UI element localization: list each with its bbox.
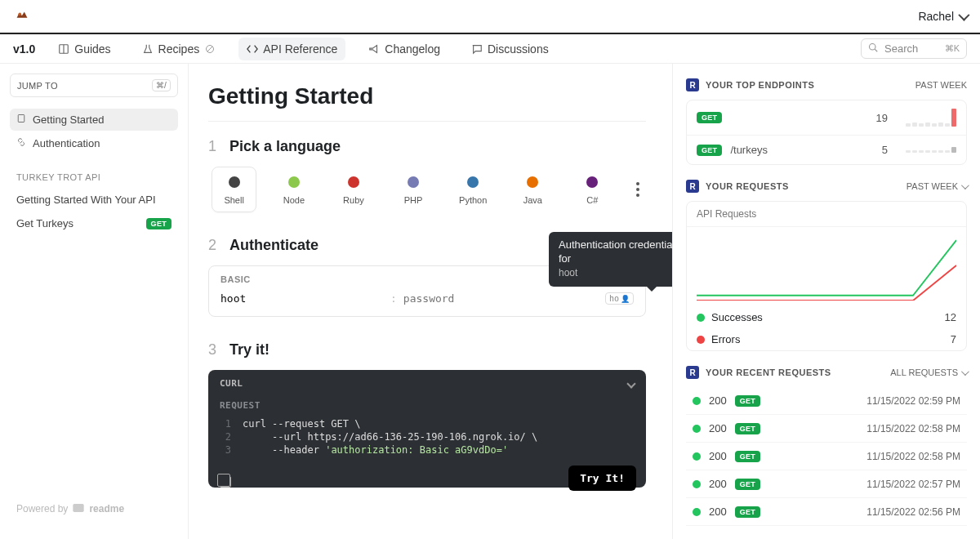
try-it-button[interactable]: Try It! (568, 466, 636, 491)
readme-icon (73, 503, 84, 514)
link-icon (16, 137, 26, 149)
lang-label: Shell (224, 195, 243, 205)
timerange-text: PAST WEEK (915, 80, 967, 90)
method-badge: GET (735, 451, 760, 462)
sparkline (906, 147, 956, 153)
status-dot (697, 336, 705, 344)
tooltip-user: hoot (559, 267, 577, 278)
auth-password-input[interactable] (403, 292, 599, 305)
powered-by[interactable]: Powered by readme (10, 488, 178, 529)
nav-guides[interactable]: Guides (50, 38, 118, 60)
all-requests-link[interactable]: ALL REQUESTS (890, 368, 967, 377)
request-row[interactable]: 200GET11/15/2022 02:56 PM (686, 498, 967, 526)
copy-icon[interactable] (220, 476, 231, 488)
nav-recipes-label: Recipes (158, 42, 200, 56)
lang-shell[interactable]: Shell (212, 167, 256, 212)
jump-to-label: JUMP TO (17, 81, 58, 91)
try-it-label: Try It! (580, 472, 625, 484)
lang-icon (345, 174, 362, 190)
auth-username-input[interactable] (220, 292, 384, 305)
method-badge: GET (735, 423, 760, 434)
sidebar-sub-getting-started-api[interactable]: Getting Started With Your API (10, 189, 178, 211)
section-title: YOUR REQUESTS (706, 181, 789, 191)
svg-point-0 (18, 12, 21, 16)
chevron-down-icon (961, 368, 969, 376)
sidebar-item-label: Authentication (33, 137, 100, 149)
lang-icon (584, 174, 600, 190)
user-menu[interactable]: Rachel (918, 10, 967, 23)
search-kbd: ⌘K (945, 43, 960, 54)
lang-php[interactable]: PHP (391, 167, 436, 212)
endpoint-row[interactable]: GET19 (687, 100, 966, 136)
metric-row: Successes12 (687, 306, 966, 328)
lang-label: Node (283, 195, 305, 205)
lang-ruby[interactable]: Ruby (331, 167, 376, 212)
nav-recipes[interactable]: Recipes (134, 38, 225, 60)
doc-icon (16, 114, 26, 126)
status-dot (693, 397, 701, 405)
nav-discussions-label: Discussions (488, 42, 549, 56)
lang-icon (226, 174, 243, 190)
search-icon (868, 42, 878, 55)
flask-icon (142, 43, 154, 55)
svg-point-11 (348, 176, 359, 188)
search-input[interactable]: Search ⌘K (861, 38, 967, 59)
chevron-down-icon[interactable] (626, 379, 635, 388)
code-block: CURL REQUEST 1curl --request GET \2 --ur… (208, 370, 646, 488)
more-languages-button[interactable] (630, 176, 646, 203)
timerange-select[interactable]: PAST WEEK (906, 181, 967, 191)
metric-label: Errors (711, 333, 740, 345)
method-badge: GET (697, 145, 722, 156)
jump-to[interactable]: JUMP TO ⌘/ (10, 74, 178, 97)
section-title: YOUR RECENT REQUESTS (706, 368, 831, 377)
endpoint-count: 5 (882, 144, 888, 156)
method-badge: GET (146, 218, 172, 229)
code-lang-label: CURL (220, 378, 243, 389)
method-badge: GET (735, 479, 760, 490)
sidebar-item-authentication[interactable]: Authentication (10, 132, 178, 154)
lang-label: C# (586, 195, 598, 205)
metric-value: 7 (951, 333, 956, 345)
status-dot (697, 314, 705, 322)
nav-api-reference[interactable]: API Reference (238, 38, 345, 60)
status-code: 200 (709, 450, 727, 462)
lang-csharp[interactable]: C# (570, 167, 615, 212)
nav-changelog[interactable]: Changelog (360, 38, 448, 60)
auth-help-badge[interactable]: ho 👤 (605, 292, 634, 305)
ban-icon (204, 43, 216, 55)
request-row[interactable]: 200GET11/15/2022 02:58 PM (686, 443, 967, 470)
endpoint-row[interactable]: GET/turkeys5 (687, 136, 966, 164)
svg-point-12 (408, 176, 419, 188)
method-badge: GET (697, 112, 722, 123)
lang-python[interactable]: Python (451, 167, 496, 212)
sidebar-item-getting-started[interactable]: Getting Started (10, 109, 178, 131)
lang-label: PHP (404, 195, 423, 205)
step-title: Try it! (229, 341, 270, 359)
nav-discussions[interactable]: Discussions (463, 38, 557, 60)
lang-label: Java (523, 195, 542, 205)
nav-changelog-label: Changelog (385, 42, 440, 56)
lang-java[interactable]: Java (510, 167, 555, 212)
request-row[interactable]: 200GET11/15/2022 02:57 PM (686, 470, 967, 498)
section-icon: R (686, 180, 699, 193)
status-code: 200 (709, 394, 727, 407)
lang-icon (524, 174, 541, 190)
metric-value: 12 (945, 311, 956, 323)
lang-label: Python (459, 195, 487, 205)
lang-label: Ruby (343, 195, 364, 205)
status-code: 200 (709, 422, 727, 434)
user-name: Rachel (918, 10, 954, 23)
user-icon: 👤 (621, 295, 630, 303)
svg-rect-8 (74, 504, 84, 512)
version-label[interactable]: v1.0 (13, 42, 35, 56)
svg-point-5 (870, 44, 876, 51)
endpoint-count: 19 (876, 112, 888, 124)
code-section-label: REQUEST (208, 397, 646, 416)
request-row[interactable]: 200GET11/15/2022 02:59 PM (686, 387, 967, 415)
step-title: Pick a language (229, 138, 341, 155)
sidebar-sub-get-turkeys[interactable]: Get Turkeys GET (10, 212, 178, 234)
lang-node[interactable]: Node (271, 167, 316, 212)
code-icon (247, 43, 258, 55)
request-row[interactable]: 200GET11/15/2022 02:58 PM (686, 415, 967, 443)
code-line: 3 --header 'authorization: Basic aG9vdDo… (208, 443, 646, 457)
